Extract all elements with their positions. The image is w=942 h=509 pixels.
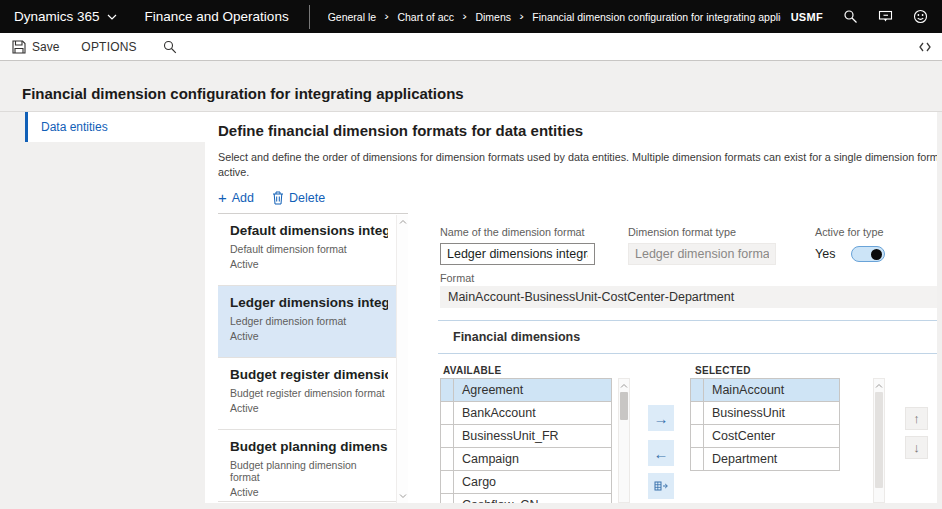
move-right-button[interactable]: → bbox=[648, 405, 674, 431]
available-grid-row[interactable]: Agreement bbox=[440, 379, 612, 402]
add-button[interactable]: + Add bbox=[218, 190, 254, 205]
name-field-input[interactable] bbox=[440, 243, 595, 265]
type-field-input bbox=[628, 243, 776, 265]
topbar-divider bbox=[309, 5, 310, 29]
breadcrumb-label: Chart of acc bbox=[397, 11, 454, 23]
product-name[interactable]: Finance and Operations bbox=[145, 9, 289, 24]
selected-grid-row[interactable]: CostCenter bbox=[690, 425, 840, 448]
action-bar: Save OPTIONS bbox=[0, 33, 942, 61]
scrollbar-thumb[interactable] bbox=[620, 392, 628, 420]
trash-icon bbox=[272, 191, 284, 205]
selected-grid-row[interactable]: BusinessUnit bbox=[690, 402, 840, 425]
scroll-up-icon[interactable] bbox=[875, 382, 883, 390]
breadcrumb-item[interactable]: Dimens bbox=[454, 11, 511, 23]
available-grid-row[interactable]: BankAccount bbox=[440, 402, 612, 425]
available-grid-row[interactable]: BusinessUnit_FR bbox=[440, 425, 612, 448]
search-icon bbox=[163, 40, 177, 54]
available-grid-row[interactable]: Cashflow_CN bbox=[440, 494, 612, 503]
selected-grid-scrollbar[interactable] bbox=[873, 378, 885, 503]
dimension-name-cell: Campaign bbox=[454, 448, 612, 470]
list-action-buttons: + Add Delete bbox=[218, 190, 325, 205]
breadcrumb-item[interactable]: Financial dimension configuration for in… bbox=[511, 11, 781, 23]
format-item-status: Active bbox=[230, 330, 388, 342]
available-column-label: AVAILABLE bbox=[443, 365, 501, 376]
financial-dimensions-section-header[interactable]: Financial dimensions bbox=[438, 320, 937, 354]
selected-grid-row[interactable]: Department bbox=[690, 448, 840, 471]
sidebar-item-data-entities[interactable]: Data entities bbox=[25, 112, 205, 142]
section-description-line2: active. bbox=[218, 166, 249, 178]
available-grid-row[interactable]: Cargo bbox=[440, 471, 612, 494]
format-item-subtitle: Default dimension format bbox=[230, 243, 388, 255]
delete-button[interactable]: Delete bbox=[272, 191, 325, 205]
format-list-item[interactable]: Budget register dimensio... Budget regis… bbox=[218, 358, 408, 430]
collapse-action-pane-button[interactable] bbox=[918, 40, 932, 54]
row-selector-cell[interactable] bbox=[440, 379, 454, 401]
feedback-message-icon[interactable] bbox=[878, 9, 893, 24]
dimension-name-cell: Cashflow_CN bbox=[454, 494, 612, 503]
row-selector-cell[interactable] bbox=[440, 402, 454, 424]
breadcrumb-item[interactable]: Chart of acc bbox=[376, 11, 454, 23]
format-item-title: Default dimensions integr... bbox=[230, 223, 388, 238]
sidebar-item-label: Data entities bbox=[41, 120, 108, 134]
available-dimensions-grid: Agreement BankAccount BusinessUnit_FR Ca… bbox=[440, 378, 612, 503]
company-picker[interactable]: USMF bbox=[791, 11, 823, 23]
save-button[interactable]: Save bbox=[12, 40, 59, 54]
format-list-scrollbar[interactable] bbox=[396, 215, 408, 503]
active-toggle[interactable] bbox=[851, 246, 885, 262]
active-field-group: Active for type Yes bbox=[815, 226, 885, 265]
row-selector-cell[interactable] bbox=[690, 402, 704, 424]
scrollbar-thumb[interactable] bbox=[875, 392, 883, 488]
grid-arrow-icon bbox=[654, 480, 669, 492]
dimension-name-cell: BusinessUnit bbox=[704, 402, 840, 424]
breadcrumb-item[interactable]: General le bbox=[328, 11, 376, 23]
page-title: Financial dimension configuration for in… bbox=[22, 85, 464, 102]
save-icon bbox=[12, 40, 26, 54]
move-left-button[interactable]: ← bbox=[648, 440, 674, 466]
dimension-name-cell: Agreement bbox=[454, 379, 612, 401]
smiley-feedback-icon[interactable] bbox=[913, 9, 928, 24]
search-icon[interactable] bbox=[843, 9, 858, 24]
format-item-title: Ledger dimensions integr... bbox=[230, 295, 388, 310]
format-item-title: Budget planning dimensi... bbox=[230, 439, 388, 454]
row-selector-cell[interactable] bbox=[440, 425, 454, 447]
name-field-group: Name of the dimension format bbox=[440, 226, 595, 265]
breadcrumb-label: Dimens bbox=[475, 11, 511, 23]
format-field-value: MainAccount-BusinessUnit-CostCenter-Depa… bbox=[440, 286, 937, 308]
toggle-knob bbox=[871, 249, 882, 260]
scroll-down-icon[interactable] bbox=[399, 492, 407, 500]
dimension-name-cell: MainAccount bbox=[704, 379, 840, 401]
format-item-subtitle: Budget register dimension format bbox=[230, 387, 388, 399]
available-grid-row[interactable]: Campaign bbox=[440, 448, 612, 471]
selected-dimensions-grid: MainAccount BusinessUnit CostCenter Depa… bbox=[690, 378, 840, 493]
move-up-button[interactable]: ↑ bbox=[905, 407, 928, 430]
format-list-item[interactable]: Default dimensions integr... Default dim… bbox=[218, 214, 408, 286]
delete-label: Delete bbox=[289, 191, 325, 205]
move-all-right-button[interactable] bbox=[648, 473, 674, 499]
breadcrumb-label: General le bbox=[328, 11, 376, 23]
actionbar-search-button[interactable] bbox=[163, 40, 177, 54]
row-selector-cell[interactable] bbox=[440, 471, 454, 493]
row-selector-cell[interactable] bbox=[690, 448, 704, 470]
row-selector-cell[interactable] bbox=[690, 425, 704, 447]
app-window: Dynamics 365 Finance and Operations Gene… bbox=[0, 0, 942, 509]
format-list-item[interactable]: Ledger dimensions integr... Ledger dimen… bbox=[218, 286, 408, 358]
scroll-up-icon[interactable] bbox=[620, 382, 628, 390]
format-item-status: Active bbox=[230, 402, 388, 414]
row-selector-cell[interactable] bbox=[440, 494, 454, 503]
available-grid-scrollbar[interactable] bbox=[618, 378, 630, 503]
breadcrumb-label: Financial dimension configuration for in… bbox=[532, 11, 780, 23]
format-item-status: Active bbox=[230, 486, 388, 498]
format-list-item[interactable]: Budget planning dimensi... Budget planni… bbox=[218, 430, 408, 502]
save-label: Save bbox=[32, 40, 59, 54]
main-panel: Define financial dimension formats for d… bbox=[205, 112, 937, 503]
move-down-button[interactable]: ↓ bbox=[905, 436, 928, 459]
row-selector-cell[interactable] bbox=[440, 448, 454, 470]
scroll-up-icon[interactable] bbox=[399, 218, 407, 226]
active-field-label: Active for type bbox=[815, 226, 885, 238]
format-item-status: Active bbox=[230, 258, 388, 270]
dynamics-365-menu[interactable]: Dynamics 365 bbox=[14, 9, 117, 24]
selected-grid-row[interactable]: MainAccount bbox=[690, 379, 840, 402]
row-selector-cell[interactable] bbox=[690, 379, 704, 401]
options-menu[interactable]: OPTIONS bbox=[81, 40, 136, 54]
name-field-label: Name of the dimension format bbox=[440, 226, 595, 238]
